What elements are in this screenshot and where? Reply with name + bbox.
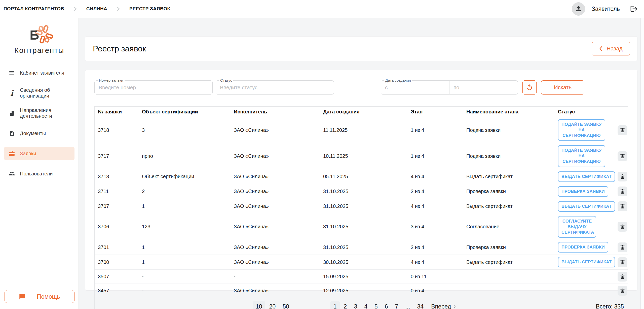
date-to-input[interactable] [449, 81, 518, 94]
trash-icon [620, 245, 625, 250]
delete-row-button[interactable] [618, 201, 627, 211]
sidebar-item-cabinet[interactable]: Кабинет заявителя [4, 66, 74, 80]
trash-icon [620, 174, 625, 179]
trash-icon [620, 260, 625, 265]
sidebar-item-activities[interactable]: Направления деятельности [4, 106, 74, 120]
divider [5, 187, 74, 187]
avatar[interactable] [572, 2, 585, 16]
help-label: Помощь [37, 293, 60, 300]
back-button[interactable]: Назад [592, 42, 630, 55]
pagination-bar: 10 20 50 1 2 3 4 5 6 7 ... 34 Вперед [95, 298, 628, 309]
page-size-option[interactable]: 20 [266, 301, 279, 309]
total-count-label: Всего: 335 [596, 303, 624, 309]
status-input[interactable] [216, 81, 334, 94]
page-number[interactable]: 4 [361, 301, 370, 309]
sidebar-item-label: Документы [20, 131, 46, 136]
breadcrumb-item-registry[interactable]: РЕЕСТР ЗАЯВОК [129, 6, 170, 12]
table-row: 3507 - - 15.09.2025 0 из 11 [95, 270, 628, 284]
trash-icon [620, 288, 625, 293]
table-row: 3718 3 ЗАО «Силина» 11.11.2025 1 из 4 По… [95, 117, 628, 143]
date-from-input[interactable] [381, 81, 449, 94]
delete-row-button[interactable] [618, 286, 627, 296]
delete-row-button[interactable] [618, 151, 627, 161]
table-header-row: № заявки Объект сертификации Исполнитель… [95, 107, 628, 117]
page-size-option[interactable]: 10 [253, 301, 265, 309]
main-content: Реестр заявок Назад Номер заявки Статус … [79, 18, 640, 309]
page-number[interactable]: 7 [392, 301, 401, 309]
page-title: Реестр заявок [93, 44, 146, 53]
reset-filters-button[interactable] [522, 80, 537, 95]
user-role-label: Заявитель [592, 6, 620, 12]
brand-letter: Б [30, 28, 39, 42]
table-row: 3717 прпо ЗАО «Силина» 10.11.2025 1 из 4… [95, 143, 628, 169]
column-header: № заявки [95, 107, 142, 117]
logout-icon [630, 5, 638, 13]
table-row: 3700 1 ЗАО «Силина» 30.10.2025 4 из 4 Вы… [95, 255, 628, 270]
page-number[interactable]: 2 [341, 301, 350, 309]
logout-button[interactable] [630, 5, 638, 13]
menu-icon [8, 70, 15, 76]
column-header: Этап [411, 107, 466, 117]
sidebar-item-users[interactable]: Пользователи [4, 167, 74, 180]
page-size-option[interactable]: 50 [280, 301, 292, 309]
chevron-right-icon [117, 6, 120, 11]
status-action-button[interactable]: ПОДАЙТЕ ЗАЯВКУ НА СЕРТИФИКАЦИЮ [558, 145, 605, 167]
breadcrumb-item-company[interactable]: СИЛИНА [86, 6, 107, 12]
delete-row-button[interactable] [618, 125, 627, 135]
page-number[interactable]: 3 [351, 301, 360, 309]
sidebar-item-label: Сведения об организации [20, 87, 71, 99]
next-page-button[interactable]: Вперед [431, 303, 456, 309]
help-button[interactable]: Помощь [5, 290, 74, 303]
sidebar-item-documents[interactable]: Документы [4, 127, 74, 140]
delete-row-button[interactable] [618, 272, 627, 282]
info-icon: i [8, 90, 15, 96]
next-page-label: Вперед [431, 303, 451, 309]
status-action-button[interactable]: ПОДАЙТЕ ЗАЯВКУ НА СЕРТИФИКАЦИЮ [558, 119, 605, 141]
status-action-button[interactable]: ВЫДАТЬ СЕРТИФИКАТ [558, 171, 615, 182]
sidebar-item-org-info[interactable]: i Сведения об организации [4, 86, 74, 100]
status-action-button[interactable]: СОГЛАСУЙТЕ ВЫДАЧУ СЕРТИФИКАТА [558, 216, 596, 238]
field-label: Номер заявки [98, 78, 125, 82]
sidebar-item-label: Направления деятельности [20, 107, 71, 119]
status-action-button[interactable]: ПРОВЕРКА ЗАЯВКИ [558, 242, 608, 253]
status-action-button[interactable]: ПРОВЕРКА ЗАЯВКИ [558, 186, 608, 197]
field-label: Дата создания [384, 78, 412, 82]
delete-row-button[interactable] [618, 257, 627, 267]
trash-icon [620, 274, 625, 279]
chat-icon [19, 293, 26, 300]
breadcrumb-item-portal[interactable]: ПОРТАЛ КОНТРАГЕНТОВ [4, 6, 64, 12]
search-button[interactable]: Искать [541, 80, 584, 95]
sidebar-item-label: Пользователи [20, 171, 53, 177]
page-number[interactable]: 1 [330, 301, 340, 309]
column-header: Объект сертификации [142, 107, 234, 117]
table-row: 3713 Объект сертификации ЗАО «Силина» 05… [95, 169, 628, 184]
table-row: 3707 1 ЗАО «Силина» 31.10.2025 4 из 4 Вы… [95, 199, 628, 214]
column-header: Дата создания [323, 107, 411, 117]
page-number[interactable]: 5 [371, 301, 381, 309]
briefcase-icon [8, 150, 15, 157]
refresh-icon [526, 84, 533, 91]
column-header: Наименование этапа [466, 107, 558, 117]
back-label: Назад [607, 45, 622, 52]
page-selector: 1 2 3 4 5 6 7 ... 34 Вперед [330, 301, 456, 309]
sidebar-item-applications[interactable]: Заявки [4, 147, 74, 160]
status-action-button[interactable]: ВЫДАТЬ СЕРТИФИКАТ [558, 201, 615, 212]
status-action-button[interactable]: ВЫДАТЬ СЕРТИФИКАТ [558, 257, 615, 267]
delete-row-button[interactable] [618, 187, 627, 196]
delete-row-button[interactable] [618, 172, 627, 181]
page-number[interactable]: 34 [414, 301, 427, 309]
delete-row-button[interactable] [618, 222, 627, 232]
application-number-field: Номер заявки [94, 80, 213, 95]
person-icon [575, 5, 582, 13]
brand-logo: Б Контрагенты [0, 18, 79, 60]
status-field: Статус [216, 80, 334, 95]
brand-name: Контрагенты [0, 46, 79, 55]
scrollbar[interactable] [640, 18, 644, 309]
application-number-input[interactable] [95, 81, 212, 94]
title-card: Реестр заявок Назад [85, 36, 637, 61]
delete-row-button[interactable] [618, 242, 627, 252]
chevron-right-icon [74, 6, 77, 11]
page-number[interactable]: 6 [382, 301, 391, 309]
trash-icon [620, 153, 625, 159]
trash-icon [620, 224, 625, 229]
